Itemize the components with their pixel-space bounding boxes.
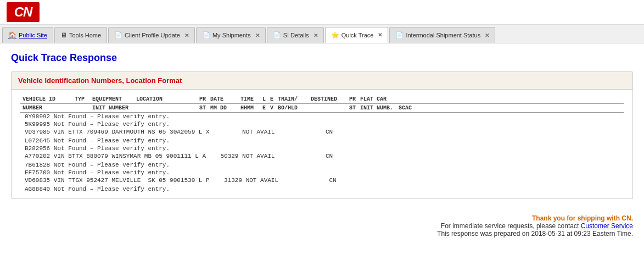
col-equip-1: EQUIPMENT [90, 95, 134, 104]
col-e-2: E [260, 104, 268, 113]
tab-quick-trace[interactable]: ⭐ Quick Trace ✕ [325, 27, 389, 43]
col-location-1: LOCATION [134, 95, 197, 104]
column-header-row-2: NUMBER INIT NUMBER ST MM DD HHMM E V BO/… [20, 104, 624, 113]
close-si-details[interactable]: ✕ [313, 32, 318, 38]
footer-message: Thank you for shipping with CN. For imme… [0, 208, 644, 244]
table-row: L072645 Not Found – Please verify entry. [20, 137, 624, 145]
tab-public-site-label: Public Site [19, 32, 47, 38]
col-number-2: NUMBER [20, 104, 72, 113]
table-row: B282956 Not Found – Please verify entry. [20, 145, 624, 152]
home-icon: 🏠 [8, 31, 16, 39]
col-typ-2 [72, 104, 90, 113]
doc-icon-4: 📄 [395, 31, 404, 39]
col-initnumb-2: INIT NUMB. [358, 104, 396, 113]
row-data: VD37985 VIN ETTX 709469 DARTMOUTH NS 05 … [20, 128, 624, 136]
doc-icon-3: 📄 [273, 31, 281, 39]
section-header: Vehicle Identification Numbers, Location… [12, 72, 632, 90]
doc-icon-2: 📄 [202, 31, 210, 39]
col-flatcar-1: FLAT CAR [358, 95, 396, 104]
tab-si-details-label: SI Details [283, 32, 309, 38]
service-text: For immediate service requests, please c… [441, 222, 579, 230]
row-data: VD60835 VIN TTGX 952427 MELVILLE SK 05 9… [20, 176, 624, 184]
col-e-1: E [268, 95, 276, 104]
row-data: L072645 Not Found – Please verify entry. [20, 137, 624, 145]
logo-text: CN [14, 4, 32, 20]
col-pr2-st-2: ST [347, 104, 358, 113]
tab-tools-home-label: Tools Home [69, 32, 101, 38]
nav-bar: 🏠 Public Site 🖥 Tools Home 📄 Client Prof… [0, 25, 644, 43]
result-section: Vehicle Identification Numbers, Location… [11, 71, 633, 199]
column-header-row-1: VEHICLE ID TYP EQUIPMENT LOCATION PR DAT… [20, 95, 624, 104]
section-body: VEHICLE ID TYP EQUIPMENT LOCATION PR DAT… [12, 90, 632, 198]
section-title: Vehicle Identification Numbers, Location… [18, 76, 182, 85]
close-client-profile[interactable]: ✕ [184, 32, 189, 38]
tab-intermodal[interactable]: 📄 Intermodal Shipment Status ✕ [389, 27, 495, 43]
col-scac-1 [396, 95, 624, 104]
close-quick-trace[interactable]: ✕ [378, 32, 382, 38]
col-location-2 [134, 104, 197, 113]
col-initnum-2: INIT NUMBER [90, 104, 134, 113]
table-row: VD37985 VIN ETTX 709469 DARTMOUTH NS 05 … [20, 128, 624, 136]
cn-logo: CN [7, 2, 40, 22]
customer-service-link[interactable]: Customer Service [581, 222, 633, 230]
col-train-1: TRAIN/ [276, 95, 309, 104]
row-data: 5K99995 Not Found – Please verify entry. [20, 120, 624, 128]
table-row: A770202 VIN BTTX 880079 WINSYMAR MB 05 9… [20, 152, 624, 160]
tab-client-profile[interactable]: 📄 Client Profile Update ✕ [108, 27, 195, 43]
col-bohld-2: BO/HLD [276, 104, 309, 113]
timestamp-prefix: This response was prepared on [437, 230, 529, 238]
col-l-1: L [260, 95, 268, 104]
tab-client-profile-label: Client Profile Update [125, 32, 180, 38]
tab-si-details[interactable]: 📄 SI Details ✕ [267, 27, 324, 43]
col-typ-1: TYP [72, 95, 90, 104]
timestamp: 2018-05-31 at 09:23 Eastern Time. [531, 230, 633, 238]
table-row: 5K99995 Not Found – Please verify entry. [20, 120, 624, 128]
col-pr-1: PR [197, 95, 208, 104]
tab-my-shipments[interactable]: 📄 My Shipments ✕ [196, 27, 266, 43]
star-icon: ⭐ [331, 31, 339, 39]
col-vehicle-id-1: VEHICLE ID [20, 95, 72, 104]
col-pr-st-2: ST [197, 104, 208, 113]
col-date-1: DATE [208, 95, 238, 104]
results-table: VEHICLE ID TYP EQUIPMENT LOCATION PR DAT… [20, 95, 624, 193]
main-content: Quick Trace Response Vehicle Identificat… [0, 43, 644, 208]
close-my-shipments[interactable]: ✕ [255, 32, 260, 38]
tab-quick-trace-label: Quick Trace [341, 32, 374, 38]
col-hhmm-2: HHMM [238, 104, 260, 113]
tab-intermodal-label: Intermodal Shipment Status [406, 32, 480, 38]
tab-tools-home[interactable]: 🖥 Tools Home [54, 27, 107, 43]
table-row: AG88840 Not Found – Please verify entry. [20, 185, 624, 193]
col-scac-2: SCAC [396, 104, 624, 113]
table-row: EF75700 Not Found – Please verify entry. [20, 169, 624, 176]
tab-my-shipments-label: My Shipments [212, 32, 251, 38]
table-row: 7B61828 Not Found – Please verify entry. [20, 161, 624, 169]
table-row: VD60835 VIN TTGX 952427 MELVILLE SK 05 9… [20, 176, 624, 184]
col-time-1: TIME [238, 95, 260, 104]
doc-icon-1: 📄 [114, 31, 122, 39]
header: CN [0, 0, 644, 25]
row-data: AG88840 Not Found – Please verify entry. [20, 185, 624, 193]
thank-you-text: Thank you for shipping with CN. [532, 214, 633, 222]
row-data: A770202 VIN BTTX 880079 WINSYMAR MB 05 9… [20, 152, 624, 160]
page-title: Quick Trace Response [11, 52, 633, 64]
table-row: 0Y98992 Not Found – Please verify entry. [20, 113, 624, 121]
row-data: EF75700 Not Found – Please verify entry. [20, 169, 624, 176]
col-destined-2 [309, 104, 347, 113]
row-data: 7B61828 Not Found – Please verify entry. [20, 161, 624, 169]
col-pr2-1: PR [347, 95, 358, 104]
col-v-2: V [268, 104, 276, 113]
tools-icon: 🖥 [60, 31, 67, 39]
row-data: B282956 Not Found – Please verify entry. [20, 145, 624, 152]
tab-public-site[interactable]: 🏠 Public Site [2, 27, 53, 43]
col-destined-1: DESTINED [309, 95, 347, 104]
col-mmdd-2: MM DD [208, 104, 238, 113]
close-intermodal[interactable]: ✕ [485, 32, 489, 38]
row-data: 0Y98992 Not Found – Please verify entry. [20, 113, 624, 121]
